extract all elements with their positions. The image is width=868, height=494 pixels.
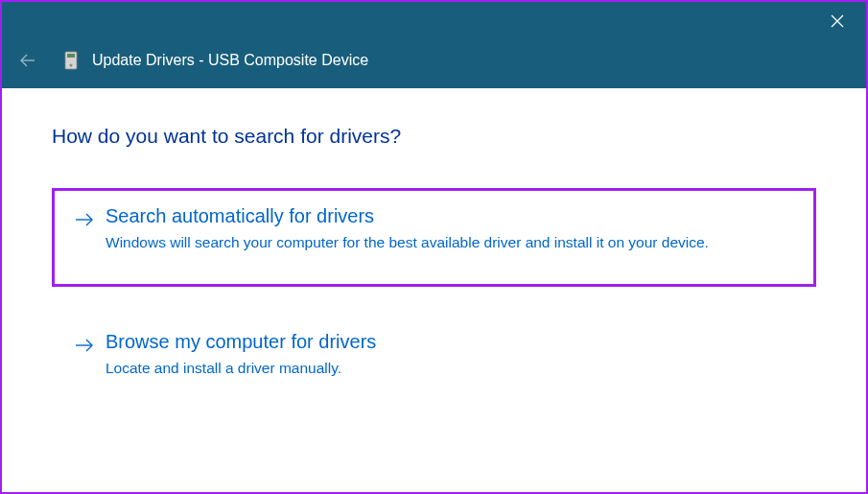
titlebar [2, 2, 866, 40]
content-area: How do you want to search for drivers? S… [2, 88, 866, 403]
header-bar: Update Drivers - USB Composite Device [2, 40, 866, 88]
svg-point-5 [70, 64, 73, 67]
back-arrow-icon [18, 51, 37, 70]
option-text: Browse my computer for drivers Locate an… [106, 331, 793, 379]
svg-rect-4 [67, 54, 75, 58]
header-title: Update Drivers - USB Composite Device [92, 52, 368, 69]
option-search-automatically[interactable]: Search automatically for drivers Windows… [52, 188, 816, 287]
option-description: Locate and install a driver manually. [106, 358, 719, 379]
close-icon [831, 14, 844, 28]
device-icon [63, 50, 79, 71]
option-title: Browse my computer for drivers [106, 331, 793, 353]
option-browse-computer[interactable]: Browse my computer for drivers Locate an… [52, 314, 816, 402]
back-button[interactable] [15, 48, 40, 73]
option-row: Browse my computer for drivers Locate an… [75, 331, 793, 379]
close-button[interactable] [822, 6, 853, 36]
option-description: Windows will search your computer for th… [106, 232, 719, 253]
option-row: Search automatically for drivers Windows… [75, 205, 793, 253]
option-title: Search automatically for drivers [106, 205, 793, 227]
page-question: How do you want to search for drivers? [52, 125, 816, 148]
option-arrow-icon [75, 334, 94, 357]
option-arrow-icon [75, 208, 94, 231]
option-text: Search automatically for drivers Windows… [106, 205, 793, 253]
